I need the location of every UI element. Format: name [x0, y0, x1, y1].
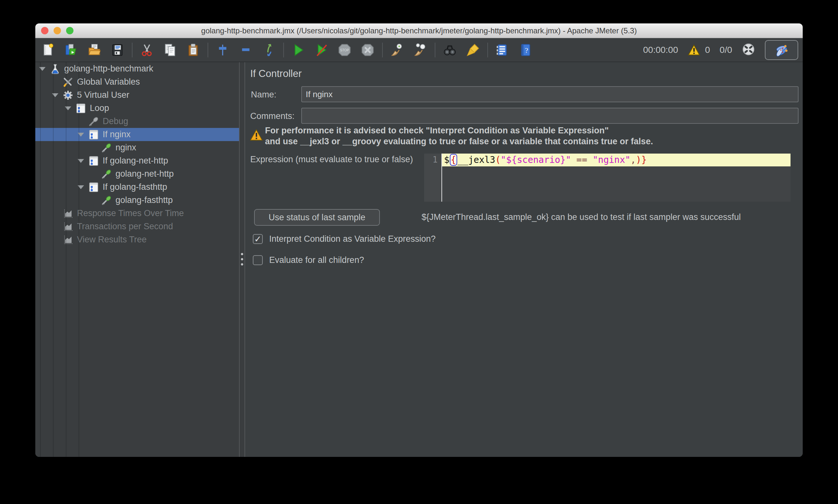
interpret-condition-checkbox[interactable]: ✓	[253, 234, 263, 244]
log-errors-indicator[interactable]: 0	[687, 43, 710, 56]
thread-count: 0/0	[720, 45, 732, 55]
chart-icon	[63, 221, 73, 232]
tree-item-view-results-tree[interactable]: View Results Tree	[35, 233, 239, 246]
tree-item-if-golang-fasthttp[interactable]: If golang-fasthttp	[35, 180, 239, 194]
test-plan-tree: golang-http-benchmarkGlobal Variables5 V…	[35, 62, 239, 457]
tree-item-golang-fasthttp[interactable]: golang-fasthttp	[35, 194, 239, 207]
open-file-icon[interactable]	[87, 43, 102, 57]
tree-item-response-times-over-time[interactable]: Response Times Over Time	[35, 207, 239, 220]
search-reset-icon[interactable]	[466, 43, 480, 57]
elapsed-timer: 00:00:00	[643, 45, 678, 55]
expression-token: {	[450, 154, 457, 166]
tree-item-label: If golang-fasthttp	[103, 180, 167, 194]
cut-icon[interactable]	[140, 43, 154, 57]
chart-icon	[63, 234, 73, 245]
test-plan-icon	[50, 64, 60, 74]
new-file-icon[interactable]	[41, 43, 55, 57]
tree-item-if-nginx[interactable]: If nginx	[35, 128, 239, 141]
panel-splitter[interactable]	[239, 62, 245, 457]
if-controller-panel: If Controller Name: Comments: For perfor…	[245, 62, 803, 457]
editor-line-number: 1	[424, 154, 442, 202]
clear-one-icon[interactable]	[390, 43, 405, 57]
paste-icon[interactable]	[186, 43, 200, 57]
shutdown-icon[interactable]	[360, 43, 375, 57]
name-label: Name:	[251, 90, 277, 100]
tree-item-loop[interactable]: Loop	[35, 102, 239, 115]
help-icon[interactable]: ?	[518, 43, 533, 57]
expand-all-icon[interactable]	[215, 43, 230, 57]
interpret-condition-row: ✓ Interpret Condition as Variable Expres…	[253, 234, 436, 244]
toolbar-status-area: 00:00:00 0 0/0	[643, 38, 798, 61]
chevron-down-icon[interactable]	[77, 133, 84, 137]
sampler-icon	[101, 169, 112, 180]
comments-input[interactable]	[301, 108, 799, 124]
toolbar-separator	[132, 43, 133, 57]
tree-item-golang-http-benchmark[interactable]: golang-http-benchmark	[35, 62, 239, 75]
toolbar-separator	[208, 43, 208, 57]
chevron-down-icon[interactable]	[65, 106, 71, 110]
sampler-disabled-icon	[88, 116, 99, 127]
expression-token: (	[495, 155, 501, 165]
thread-group-icon	[63, 90, 73, 101]
sampler-icon	[101, 142, 112, 153]
evaluate-children-checkbox[interactable]	[253, 255, 263, 265]
minimize-window-button[interactable]	[54, 27, 61, 34]
chart-icon	[63, 208, 73, 219]
search-icon[interactable]	[442, 43, 457, 57]
expression-token: "${scenario}"	[501, 155, 571, 165]
tree-item-global-variables[interactable]: Global Variables	[35, 75, 239, 89]
clear-all-icon[interactable]	[413, 43, 427, 57]
remote-start-icon	[742, 43, 755, 57]
chevron-down-icon[interactable]	[77, 159, 84, 163]
stop-icon[interactable]: STOP	[337, 43, 352, 57]
function-helper-icon[interactable]	[495, 43, 510, 57]
editor-code-area[interactable]: ${__jexl3("${scenario}" == "nginx",)}	[442, 154, 790, 202]
chevron-down-icon[interactable]	[52, 93, 58, 97]
controller-icon	[88, 129, 99, 140]
tree-item-label: golang-http-benchmark	[64, 62, 153, 75]
content-area: golang-http-benchmarkGlobal Variables5 V…	[35, 62, 803, 457]
splitter-grip-icon[interactable]	[241, 253, 243, 266]
collapse-all-icon[interactable]	[238, 43, 253, 57]
name-input[interactable]	[301, 86, 799, 102]
expression-token: ==	[577, 155, 588, 165]
toggle-icon[interactable]	[261, 43, 276, 57]
tree-item-transactions-per-second[interactable]: Transactions per Second	[35, 220, 239, 233]
expression-token	[587, 155, 593, 165]
templates-icon[interactable]	[64, 43, 78, 57]
tree-item-label: 5 Virtual User	[77, 89, 129, 102]
tree-item-5-virtual-user[interactable]: 5 Virtual User	[35, 89, 239, 102]
warning-line-2: and use __jexl3 or __groovy evaluating t…	[265, 136, 653, 147]
zoom-window-button[interactable]	[66, 27, 73, 34]
start-no-pauses-icon[interactable]	[314, 43, 329, 57]
use-last-sample-button[interactable]: Use status of last sample	[254, 209, 380, 226]
chevron-down-icon[interactable]	[39, 67, 46, 71]
chevron-down-icon[interactable]	[77, 185, 84, 189]
copy-icon[interactable]	[163, 43, 177, 57]
tree-item-label: View Results Tree	[77, 233, 146, 246]
expression-token: ,	[630, 155, 636, 165]
jmeter-logo-button[interactable]	[765, 40, 798, 60]
evaluate-children-row: Evaluate for all children?	[253, 255, 364, 265]
expression-token: }	[641, 155, 647, 165]
sampler-icon	[101, 195, 112, 206]
tree-item-label: If golang-net-http	[103, 154, 168, 167]
jmeter-feather-icon	[773, 42, 790, 58]
tree-item-golang-net-http[interactable]: golang-net-http	[35, 167, 239, 180]
start-icon[interactable]	[291, 43, 306, 57]
expression-token: )	[636, 155, 641, 165]
save-icon[interactable]	[110, 43, 125, 57]
expression-editor[interactable]: 1 ${__jexl3("${scenario}" == "nginx",)}	[424, 154, 790, 202]
tree-item-debug[interactable]: Debug	[35, 115, 239, 128]
performance-warning-icon	[250, 128, 263, 142]
svg-text:STOP: STOP	[340, 49, 349, 52]
close-window-button[interactable]	[41, 27, 49, 34]
interpret-condition-label: Interpret Condition as Variable Expressi…	[269, 234, 436, 244]
warning-line-1: For performance it is advised to check "…	[265, 125, 653, 136]
tree-item-nginx[interactable]: nginx	[35, 141, 239, 154]
error-count: 0	[705, 45, 710, 55]
expression-code-line[interactable]: ${__jexl3("${scenario}" == "nginx",)}	[442, 154, 790, 166]
expression-token	[571, 155, 577, 165]
svg-text:?: ?	[525, 47, 528, 54]
tree-item-if-golang-net-http[interactable]: If golang-net-http	[35, 154, 239, 167]
